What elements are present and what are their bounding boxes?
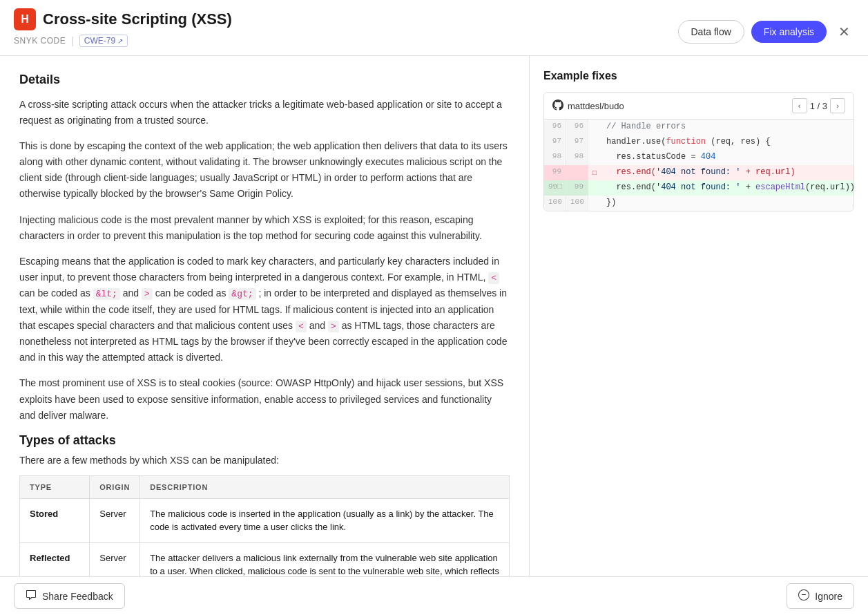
cwe-text: CWE-79 (84, 36, 115, 46)
nav-count: 1 / 3 (810, 101, 827, 111)
cwe-badge[interactable]: CWE-79 ↗ (79, 35, 128, 47)
details-para-2: This is done by escaping the context of … (19, 138, 510, 202)
data-flow-button[interactable]: Data flow (678, 20, 744, 44)
meta-row: SNYK CODE | CWE-79 ↗ (14, 35, 232, 55)
external-link-icon: ↗ (117, 37, 123, 45)
code-line-added: 99□ 99 res.end('404 not found: ' + escap… (544, 180, 853, 196)
nav-prev-button[interactable]: ‹ (792, 98, 807, 113)
close-button[interactable]: ✕ (833, 21, 854, 42)
col-description: DESCRIPTION (140, 475, 510, 498)
snyk-icon: H (14, 8, 36, 30)
desc-reflected: The attacker delivers a malicious link e… (140, 542, 510, 576)
code-line: 96 96 // Handle errors (544, 120, 853, 135)
right-panel: Example fixes mattdesl/budo ‹ 1 / 3 › (530, 56, 868, 576)
top-bar: H Cross-site Scripting (XSS) SNYK CODE |… (0, 0, 868, 56)
table-row: Reflected Server The attacker delivers a… (20, 542, 510, 576)
types-title: Types of attacks (19, 433, 510, 448)
top-bar-right: Data flow Fix analysis ✕ (678, 20, 855, 44)
col-origin: ORIGIN (90, 475, 140, 498)
code-block-header: mattdesl/budo ‹ 1 / 3 › (544, 93, 853, 120)
share-feedback-button[interactable]: Share Feedback (14, 583, 125, 609)
nav-next-button[interactable]: › (830, 98, 845, 113)
details-para-3: Injecting malicious code is the most pre… (19, 212, 510, 244)
code-line: 100 100 }) (544, 196, 853, 211)
nav-controls: ‹ 1 / 3 › (792, 98, 845, 113)
left-panel: Details A cross-site scripting attack oc… (0, 56, 530, 576)
git-icon (552, 100, 563, 113)
attacks-table: TYPE ORIGIN DESCRIPTION Stored Server Th… (19, 475, 510, 576)
main-content: Details A cross-site scripting attack oc… (0, 56, 868, 576)
code-lines: 96 96 // Handle errors 97 97 handler.use… (544, 120, 853, 211)
example-fixes-title: Example fixes (543, 70, 854, 82)
desc-stored: The malicious code is inserted in the ap… (140, 498, 510, 542)
code-line-removed: 99 □ res.end('404 not found: ' + req.url… (544, 165, 853, 180)
fix-analysis-button[interactable]: Fix analysis (751, 21, 827, 43)
ignore-icon (798, 589, 809, 603)
pipe-divider: | (71, 35, 74, 46)
col-type: TYPE (20, 475, 90, 498)
details-para-4: Escaping means that the application is c… (19, 254, 510, 366)
origin-server-2: Server (90, 542, 140, 576)
top-bar-left: H Cross-site Scripting (XSS) SNYK CODE |… (14, 8, 232, 55)
code-line: 97 97 handler.use(function (req, res) { (544, 135, 853, 150)
page-title: Cross-site Scripting (XSS) (43, 10, 232, 28)
snyk-code-label: SNYK CODE (14, 36, 66, 46)
repo-name: mattdesl/budo (552, 100, 624, 113)
types-description: There are a few methods by which XSS can… (19, 455, 510, 466)
details-para-1: A cross-site scripting attack occurs whe… (19, 97, 510, 129)
code-line: 98 98 res.statusCode = 404 (544, 150, 853, 165)
details-title: Details (19, 73, 510, 87)
feedback-icon (26, 589, 37, 603)
type-reflected: Reflected (20, 542, 90, 576)
types-section: Types of attacks There are a few methods… (19, 433, 510, 576)
code-block: mattdesl/budo ‹ 1 / 3 › 96 96 // Handle … (543, 92, 854, 211)
title-row: H Cross-site Scripting (XSS) (14, 8, 232, 30)
bottom-bar: Share Feedback Ignore (0, 576, 868, 615)
origin-server-1: Server (90, 498, 140, 542)
type-stored: Stored (20, 498, 90, 542)
ignore-label: Ignore (815, 591, 842, 602)
ignore-button[interactable]: Ignore (787, 583, 854, 609)
details-para-5: The most prominent use of XSS is to stea… (19, 375, 510, 423)
repo-text: mattdesl/budo (568, 101, 624, 111)
share-feedback-label: Share Feedback (42, 591, 113, 602)
table-row: Stored Server The malicious code is inse… (20, 498, 510, 542)
